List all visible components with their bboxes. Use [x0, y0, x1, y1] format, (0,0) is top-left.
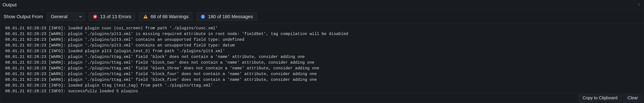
pin-icon[interactable] [636, 2, 642, 8]
output-panel: Output Show Output From General [0, 0, 644, 103]
source-select[interactable]: General [47, 13, 84, 21]
log-line: 08.01.21 02:28:23 [WARN]: plugin './plug… [5, 31, 644, 37]
messages-filter-button[interactable]: 180 of 180 Messages [196, 13, 257, 21]
log-line: 08.01.21 02:28:23 [WARN]: plugin './plug… [5, 37, 644, 43]
panel-titlebar: Output [0, 0, 644, 10]
log-line: 08.01.21 02:28:23 [INFO]: successfully l… [5, 88, 644, 93]
output-toolbar: Show Output From General 13 of 13 Errors [0, 10, 644, 24]
error-icon [92, 14, 98, 19]
log-line: 08.01.21 02:28:23 [INFO]: loaded plugin … [5, 83, 644, 88]
chevron-down-icon [77, 13, 84, 21]
copy-to-clipboard-button[interactable]: Copy to Clipboard [578, 94, 622, 102]
warning-icon [143, 14, 148, 19]
panel-title: Output [2, 2, 16, 8]
svg-rect-1 [146, 16, 146, 17]
info-icon [200, 14, 206, 19]
clear-button-label: Clear [628, 95, 638, 100]
errors-filter-button[interactable]: 13 of 13 Errors [88, 13, 135, 21]
log-line: 08.01.21 02:28:23 [WARN]: plugin './plug… [5, 43, 644, 48]
errors-filter-label: 13 of 13 Errors [100, 14, 131, 19]
log-line: 08.01.21 02:28:23 [WARN]: plugin './plug… [5, 77, 644, 83]
log-line: 08.01.21 02:28:23 [WARN]: plugin './plug… [5, 54, 644, 60]
log-line: 08.01.21 02:28:23 [WARN]: plugin './plug… [5, 71, 644, 77]
svg-point-4 [202, 15, 203, 16]
show-output-from-label: Show Output From [4, 14, 43, 19]
warnings-filter-button[interactable]: 68 of 68 Warnings [139, 13, 192, 21]
source-select-value: General [47, 14, 77, 19]
warnings-filter-label: 68 of 68 Warnings [150, 14, 188, 19]
log-line: 08.01.21 02:28:23 [WARN]: plugin './plug… [5, 60, 644, 65]
log-line: 08.01.21 02:28:23 [INFO]: loaded plugin … [5, 48, 644, 54]
copy-button-label: Copy to Clipboard [582, 95, 618, 100]
log-line: 08.01.21 02:28:23 [WARN]: plugin './plug… [5, 65, 644, 71]
messages-filter-label: 180 of 180 Messages [208, 14, 253, 19]
svg-rect-2 [146, 18, 146, 18]
output-footer: Copy to Clipboard Clear [0, 93, 644, 103]
svg-rect-5 [203, 16, 204, 18]
log-line: 08.01.21 02:28:23 [INFO]: loaded plugin … [5, 25, 644, 31]
clear-button[interactable]: Clear [623, 94, 642, 102]
log-output-area[interactable]: 08.01.21 02:28:23 [INFO]: loaded plugin … [0, 24, 644, 93]
